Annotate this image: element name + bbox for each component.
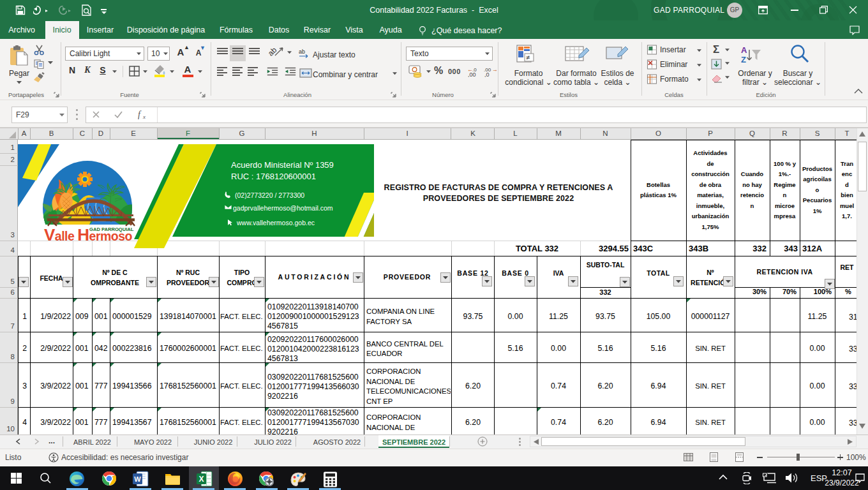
svg-text:www.vallehermoso.gob.ec: www.vallehermoso.gob.ec — [236, 219, 315, 226]
svg-text:gadprvallehermoso@hotmail.com: gadprvallehermoso@hotmail.com — [233, 204, 333, 212]
svg-text:→: → — [492, 66, 498, 73]
svg-text:,0: ,0 — [484, 71, 490, 77]
svg-text:Acuerdo Ministerial Nº 1359: Acuerdo Ministerial Nº 1359 — [231, 160, 334, 170]
svg-text:X: X — [198, 475, 204, 484]
svg-text:Z: Z — [741, 55, 746, 64]
svg-text:ab: ab — [299, 48, 305, 55]
svg-text:,00: ,00 — [468, 71, 476, 77]
svg-text:x: x — [142, 114, 146, 119]
svg-text:f: f — [138, 110, 142, 119]
svg-text:(02)2773220 / 2773300: (02)2773220 / 2773300 — [235, 191, 304, 199]
svg-text:A: A — [741, 45, 747, 55]
svg-text:W: W — [134, 475, 141, 483]
svg-text:RUC : 1768120600001: RUC : 1768120600001 — [231, 172, 316, 181]
svg-text:≠: ≠ — [526, 54, 530, 61]
